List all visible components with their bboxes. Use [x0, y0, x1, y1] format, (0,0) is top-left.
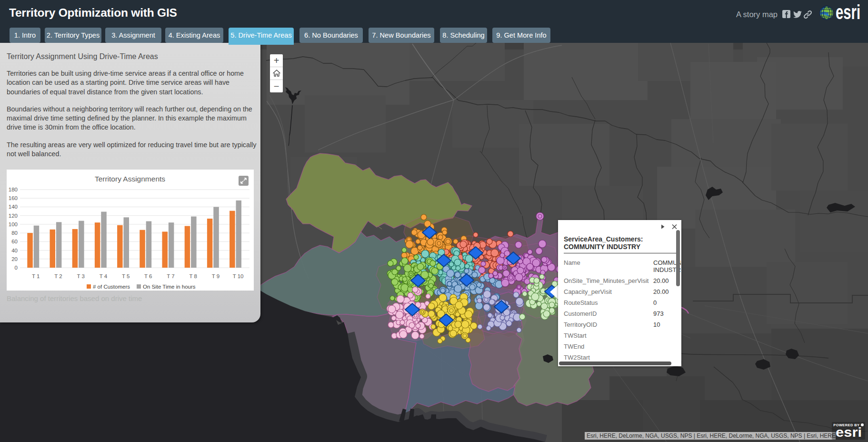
svg-text:T 4: T 4 [100, 273, 108, 279]
svg-text:T 6: T 6 [144, 273, 152, 279]
svg-text:0: 0 [15, 265, 18, 271]
svg-text:120: 120 [9, 213, 18, 219]
svg-text:T 3: T 3 [77, 273, 84, 279]
svg-text:T 7: T 7 [167, 273, 174, 279]
svg-text:100: 100 [9, 221, 18, 227]
svg-text:esri: esri [836, 426, 862, 439]
svg-text:T 1: T 1 [32, 273, 40, 279]
svg-text:160: 160 [9, 195, 18, 201]
svg-text:60: 60 [11, 239, 18, 244]
svg-text:On Site Time in hours: On Site Time in hours [143, 284, 196, 290]
svg-text:140: 140 [9, 204, 18, 210]
svg-text:# of Customers: # of Customers [93, 284, 130, 290]
svg-text:180: 180 [9, 187, 18, 192]
svg-text:Territory Assignments: Territory Assignments [95, 175, 165, 183]
svg-text:T 8: T 8 [189, 273, 197, 279]
svg-text:esri: esri [836, 1, 860, 23]
svg-text:80: 80 [11, 230, 18, 236]
svg-text:T 9: T 9 [212, 273, 219, 279]
svg-text:T 10: T 10 [233, 273, 244, 279]
svg-text:T 2: T 2 [54, 273, 62, 279]
svg-text:T 5: T 5 [122, 273, 130, 279]
svg-text:20: 20 [11, 256, 18, 262]
svg-text:40: 40 [11, 248, 18, 253]
